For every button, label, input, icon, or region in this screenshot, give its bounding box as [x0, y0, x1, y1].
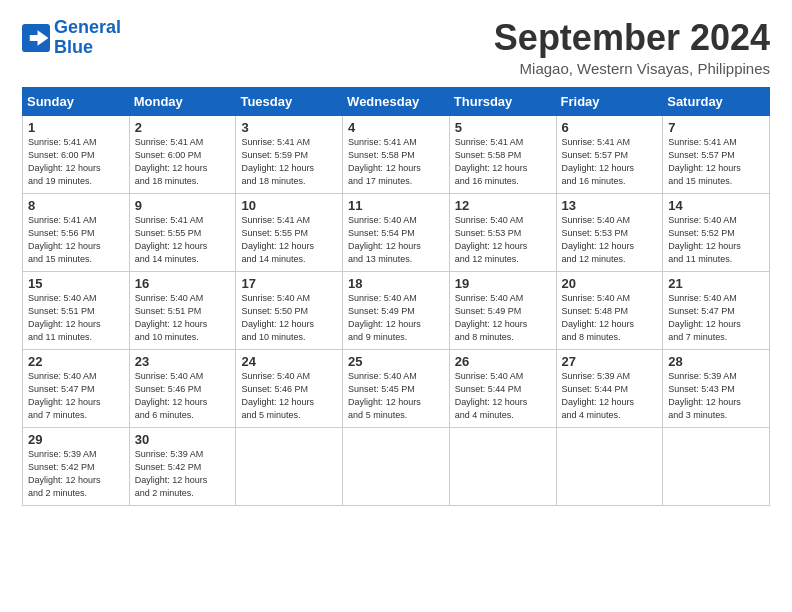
day-number: 30: [135, 432, 232, 447]
calendar-cell: 8Sunrise: 5:41 AM Sunset: 5:56 PM Daylig…: [23, 193, 130, 271]
day-number: 6: [562, 120, 659, 135]
day-info: Sunrise: 5:40 AM Sunset: 5:52 PM Dayligh…: [668, 214, 765, 266]
day-number: 18: [348, 276, 445, 291]
calendar-cell: 24Sunrise: 5:40 AM Sunset: 5:46 PM Dayli…: [236, 349, 343, 427]
calendar-cell: 1Sunrise: 5:41 AM Sunset: 6:00 PM Daylig…: [23, 115, 130, 193]
calendar-cell: 12Sunrise: 5:40 AM Sunset: 5:53 PM Dayli…: [449, 193, 556, 271]
calendar-cell: 11Sunrise: 5:40 AM Sunset: 5:54 PM Dayli…: [343, 193, 450, 271]
day-number: 9: [135, 198, 232, 213]
calendar-cell: 26Sunrise: 5:40 AM Sunset: 5:44 PM Dayli…: [449, 349, 556, 427]
page: General Blue September 2024 Miagao, West…: [0, 0, 792, 612]
day-info: Sunrise: 5:41 AM Sunset: 6:00 PM Dayligh…: [28, 136, 125, 188]
calendar-cell: [449, 427, 556, 505]
col-friday: Friday: [556, 87, 663, 115]
day-info: Sunrise: 5:39 AM Sunset: 5:44 PM Dayligh…: [562, 370, 659, 422]
calendar-cell: 29Sunrise: 5:39 AM Sunset: 5:42 PM Dayli…: [23, 427, 130, 505]
calendar-cell: [343, 427, 450, 505]
day-info: Sunrise: 5:40 AM Sunset: 5:46 PM Dayligh…: [241, 370, 338, 422]
day-info: Sunrise: 5:40 AM Sunset: 5:50 PM Dayligh…: [241, 292, 338, 344]
calendar-cell: 4Sunrise: 5:41 AM Sunset: 5:58 PM Daylig…: [343, 115, 450, 193]
col-wednesday: Wednesday: [343, 87, 450, 115]
day-number: 15: [28, 276, 125, 291]
logo-text: General Blue: [54, 18, 121, 58]
day-info: Sunrise: 5:40 AM Sunset: 5:51 PM Dayligh…: [28, 292, 125, 344]
day-number: 25: [348, 354, 445, 369]
logo-icon: [22, 24, 50, 52]
calendar-week-5: 29Sunrise: 5:39 AM Sunset: 5:42 PM Dayli…: [23, 427, 770, 505]
day-number: 16: [135, 276, 232, 291]
day-number: 3: [241, 120, 338, 135]
day-info: Sunrise: 5:40 AM Sunset: 5:49 PM Dayligh…: [455, 292, 552, 344]
day-info: Sunrise: 5:40 AM Sunset: 5:51 PM Dayligh…: [135, 292, 232, 344]
calendar-cell: 15Sunrise: 5:40 AM Sunset: 5:51 PM Dayli…: [23, 271, 130, 349]
day-number: 23: [135, 354, 232, 369]
calendar-cell: 18Sunrise: 5:40 AM Sunset: 5:49 PM Dayli…: [343, 271, 450, 349]
calendar-cell: [663, 427, 770, 505]
calendar-cell: [236, 427, 343, 505]
day-number: 20: [562, 276, 659, 291]
day-info: Sunrise: 5:39 AM Sunset: 5:43 PM Dayligh…: [668, 370, 765, 422]
day-number: 13: [562, 198, 659, 213]
day-info: Sunrise: 5:40 AM Sunset: 5:45 PM Dayligh…: [348, 370, 445, 422]
calendar-week-3: 15Sunrise: 5:40 AM Sunset: 5:51 PM Dayli…: [23, 271, 770, 349]
day-info: Sunrise: 5:40 AM Sunset: 5:53 PM Dayligh…: [562, 214, 659, 266]
calendar-cell: 27Sunrise: 5:39 AM Sunset: 5:44 PM Dayli…: [556, 349, 663, 427]
day-info: Sunrise: 5:41 AM Sunset: 6:00 PM Dayligh…: [135, 136, 232, 188]
day-number: 11: [348, 198, 445, 213]
calendar-cell: 10Sunrise: 5:41 AM Sunset: 5:55 PM Dayli…: [236, 193, 343, 271]
header: General Blue September 2024 Miagao, West…: [22, 18, 770, 77]
day-number: 28: [668, 354, 765, 369]
day-number: 1: [28, 120, 125, 135]
calendar-cell: 20Sunrise: 5:40 AM Sunset: 5:48 PM Dayli…: [556, 271, 663, 349]
day-info: Sunrise: 5:41 AM Sunset: 5:57 PM Dayligh…: [562, 136, 659, 188]
day-info: Sunrise: 5:40 AM Sunset: 5:47 PM Dayligh…: [668, 292, 765, 344]
calendar-week-2: 8Sunrise: 5:41 AM Sunset: 5:56 PM Daylig…: [23, 193, 770, 271]
calendar-cell: 16Sunrise: 5:40 AM Sunset: 5:51 PM Dayli…: [129, 271, 236, 349]
day-info: Sunrise: 5:41 AM Sunset: 5:55 PM Dayligh…: [135, 214, 232, 266]
day-info: Sunrise: 5:41 AM Sunset: 5:58 PM Dayligh…: [348, 136, 445, 188]
calendar-cell: 22Sunrise: 5:40 AM Sunset: 5:47 PM Dayli…: [23, 349, 130, 427]
day-number: 26: [455, 354, 552, 369]
day-info: Sunrise: 5:40 AM Sunset: 5:48 PM Dayligh…: [562, 292, 659, 344]
col-monday: Monday: [129, 87, 236, 115]
calendar-cell: 7Sunrise: 5:41 AM Sunset: 5:57 PM Daylig…: [663, 115, 770, 193]
calendar-cell: 3Sunrise: 5:41 AM Sunset: 5:59 PM Daylig…: [236, 115, 343, 193]
day-number: 22: [28, 354, 125, 369]
day-number: 27: [562, 354, 659, 369]
calendar-week-1: 1Sunrise: 5:41 AM Sunset: 6:00 PM Daylig…: [23, 115, 770, 193]
calendar-week-4: 22Sunrise: 5:40 AM Sunset: 5:47 PM Dayli…: [23, 349, 770, 427]
day-info: Sunrise: 5:39 AM Sunset: 5:42 PM Dayligh…: [28, 448, 125, 500]
day-info: Sunrise: 5:40 AM Sunset: 5:54 PM Dayligh…: [348, 214, 445, 266]
day-info: Sunrise: 5:41 AM Sunset: 5:58 PM Dayligh…: [455, 136, 552, 188]
calendar-cell: 6Sunrise: 5:41 AM Sunset: 5:57 PM Daylig…: [556, 115, 663, 193]
day-number: 24: [241, 354, 338, 369]
calendar-cell: 30Sunrise: 5:39 AM Sunset: 5:42 PM Dayli…: [129, 427, 236, 505]
calendar-cell: 13Sunrise: 5:40 AM Sunset: 5:53 PM Dayli…: [556, 193, 663, 271]
day-info: Sunrise: 5:41 AM Sunset: 5:57 PM Dayligh…: [668, 136, 765, 188]
calendar-cell: 5Sunrise: 5:41 AM Sunset: 5:58 PM Daylig…: [449, 115, 556, 193]
day-info: Sunrise: 5:40 AM Sunset: 5:49 PM Dayligh…: [348, 292, 445, 344]
day-number: 10: [241, 198, 338, 213]
day-number: 4: [348, 120, 445, 135]
day-number: 12: [455, 198, 552, 213]
day-number: 14: [668, 198, 765, 213]
calendar-cell: 21Sunrise: 5:40 AM Sunset: 5:47 PM Dayli…: [663, 271, 770, 349]
day-number: 7: [668, 120, 765, 135]
calendar-cell: 23Sunrise: 5:40 AM Sunset: 5:46 PM Dayli…: [129, 349, 236, 427]
col-thursday: Thursday: [449, 87, 556, 115]
header-row: Sunday Monday Tuesday Wednesday Thursday…: [23, 87, 770, 115]
day-info: Sunrise: 5:41 AM Sunset: 5:56 PM Dayligh…: [28, 214, 125, 266]
day-info: Sunrise: 5:40 AM Sunset: 5:44 PM Dayligh…: [455, 370, 552, 422]
col-tuesday: Tuesday: [236, 87, 343, 115]
day-number: 19: [455, 276, 552, 291]
day-number: 2: [135, 120, 232, 135]
calendar-cell: 2Sunrise: 5:41 AM Sunset: 6:00 PM Daylig…: [129, 115, 236, 193]
calendar-cell: 28Sunrise: 5:39 AM Sunset: 5:43 PM Dayli…: [663, 349, 770, 427]
day-info: Sunrise: 5:41 AM Sunset: 5:59 PM Dayligh…: [241, 136, 338, 188]
calendar-table: Sunday Monday Tuesday Wednesday Thursday…: [22, 87, 770, 506]
title-area: September 2024 Miagao, Western Visayas, …: [494, 18, 770, 77]
day-info: Sunrise: 5:40 AM Sunset: 5:46 PM Dayligh…: [135, 370, 232, 422]
calendar-cell: 17Sunrise: 5:40 AM Sunset: 5:50 PM Dayli…: [236, 271, 343, 349]
calendar-cell: 14Sunrise: 5:40 AM Sunset: 5:52 PM Dayli…: [663, 193, 770, 271]
day-info: Sunrise: 5:40 AM Sunset: 5:47 PM Dayligh…: [28, 370, 125, 422]
